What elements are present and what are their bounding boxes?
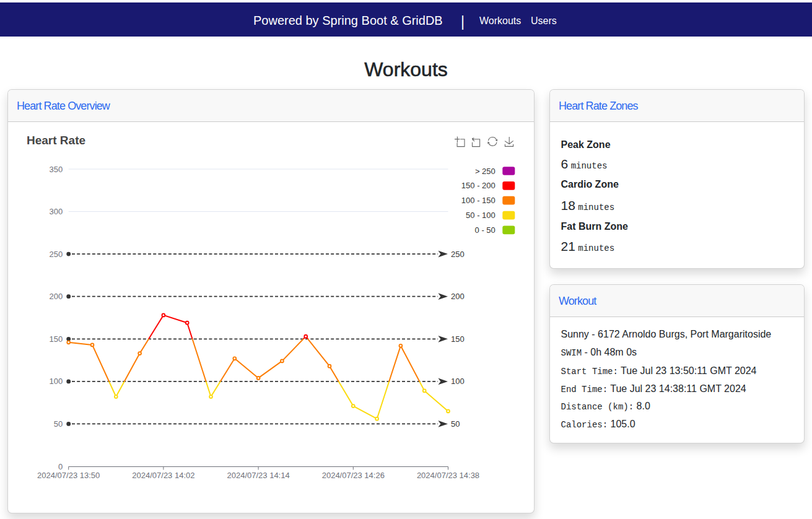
svg-text:100: 100	[50, 377, 63, 386]
svg-text:0: 0	[58, 462, 63, 471]
svg-text:200: 200	[50, 292, 63, 301]
svg-text:50 - 100: 50 - 100	[466, 211, 495, 220]
svg-text:200: 200	[451, 292, 465, 301]
svg-text:2024/07/23 14:26: 2024/07/23 14:26	[322, 471, 385, 480]
svg-text:250: 250	[451, 250, 465, 259]
svg-text:2024/07/23 14:14: 2024/07/23 14:14	[227, 471, 289, 480]
svg-text:150: 150	[50, 334, 63, 344]
svg-text:50: 50	[54, 419, 63, 429]
svg-text:150: 150	[451, 334, 465, 344]
svg-text:2024/07/23 13:50: 2024/07/23 13:50	[37, 471, 100, 480]
svg-text:50: 50	[451, 419, 460, 429]
svg-text:250: 250	[50, 250, 63, 259]
svg-text:2024/07/23 14:38: 2024/07/23 14:38	[417, 471, 479, 480]
svg-text:> 250: > 250	[475, 167, 495, 176]
svg-text:0 - 50: 0 - 50	[475, 225, 495, 235]
svg-text:300: 300	[50, 207, 63, 216]
svg-text:2024/07/23 14:02: 2024/07/23 14:02	[132, 471, 194, 480]
svg-text:100: 100	[451, 377, 465, 386]
svg-text:100 - 150: 100 - 150	[461, 196, 495, 205]
svg-text:150 - 200: 150 - 200	[461, 181, 495, 190]
svg-text:350: 350	[50, 165, 63, 174]
svg-text:Heart Rate: Heart Rate	[27, 134, 85, 147]
